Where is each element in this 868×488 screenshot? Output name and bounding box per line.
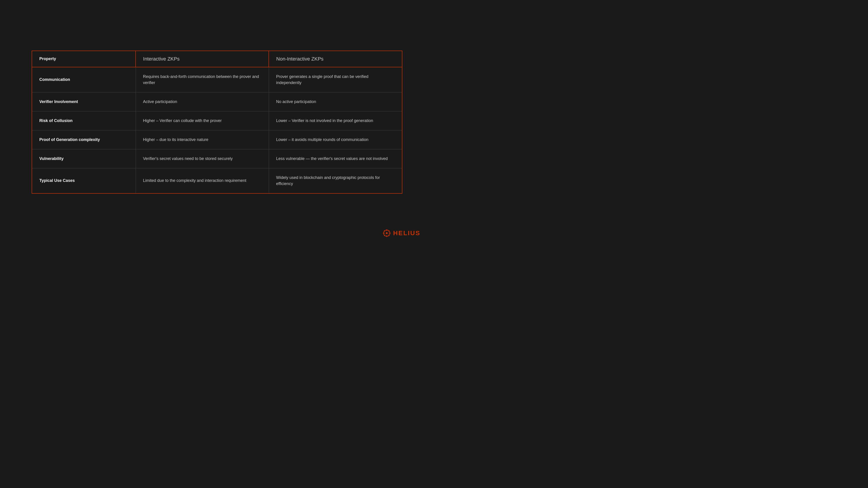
- cell-interactive-0: Requires back-and-forth communication be…: [135, 67, 269, 92]
- header-noninteractive: Non-Interactive ZKPs: [269, 51, 402, 67]
- cell-interactive-2: Higher – Verifier can collude with the p…: [135, 111, 269, 130]
- comparison-table-wrapper: Property Interactive ZKPs Non-Interactiv…: [32, 51, 402, 194]
- table-row: Risk of CollusionHigher – Verifier can c…: [32, 111, 402, 130]
- cell-property-2: Risk of Collusion: [32, 111, 135, 130]
- cell-interactive-5: Limited due to the complexity and intera…: [135, 168, 269, 193]
- logo-area: HELIUS: [383, 229, 421, 237]
- comparison-table: Property Interactive ZKPs Non-Interactiv…: [32, 51, 402, 193]
- cell-noninteractive-4: Less vulnerable — the verifier's secret …: [269, 149, 402, 168]
- svg-point-1: [386, 232, 388, 234]
- cell-noninteractive-5: Widely used in blockchain and cryptograp…: [269, 168, 402, 193]
- header-interactive: Interactive ZKPs: [135, 51, 269, 67]
- cell-noninteractive-2: Lower – Verifier is not involved in the …: [269, 111, 402, 130]
- cell-property-3: Proof of Generation complexity: [32, 130, 135, 149]
- cell-interactive-4: Verifier's secret values need to be stor…: [135, 149, 269, 168]
- table-header-row: Property Interactive ZKPs Non-Interactiv…: [32, 51, 402, 67]
- cell-property-5: Typical Use Cases: [32, 168, 135, 193]
- cell-interactive-1: Active participation: [135, 92, 269, 111]
- header-property: Property: [32, 51, 135, 67]
- logo-text: HELIUS: [393, 230, 421, 237]
- cell-noninteractive-0: Prover generates a single proof that can…: [269, 67, 402, 92]
- cell-property-4: Vulnerability: [32, 149, 135, 168]
- cell-property-0: Communication: [32, 67, 135, 92]
- cell-noninteractive-3: Lower – it avoids multiple rounds of com…: [269, 130, 402, 149]
- table-row: Verifier InvolvementActive participation…: [32, 92, 402, 111]
- cell-interactive-3: Higher – due to its interactive nature: [135, 130, 269, 149]
- table-row: VulnerabilityVerifier's secret values ne…: [32, 149, 402, 168]
- cell-noninteractive-1: No active participation: [269, 92, 402, 111]
- table-row: Proof of Generation complexityHigher – d…: [32, 130, 402, 149]
- table-row: Typical Use CasesLimited due to the comp…: [32, 168, 402, 193]
- table-row: CommunicationRequires back-and-forth com…: [32, 67, 402, 92]
- helius-logo-icon: [383, 229, 391, 237]
- cell-property-1: Verifier Involvement: [32, 92, 135, 111]
